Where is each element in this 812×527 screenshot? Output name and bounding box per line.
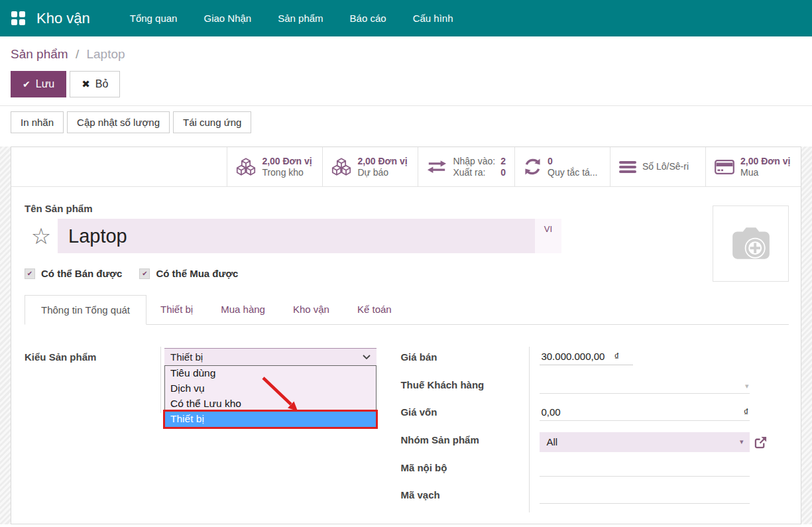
can-be-sold-checkbox[interactable]: Có thể Bán được (25, 268, 122, 279)
tab-equipment[interactable]: Thiết bị (146, 295, 207, 324)
refresh-icon (524, 158, 542, 176)
stat-button-row: 2,00 Đơn vị Trong kho 2,00 Đơn vị Dự báo… (11, 147, 801, 187)
option-service[interactable]: Dịch vụ (165, 381, 376, 396)
menu-item-products[interactable]: Sản phẩm (264, 0, 336, 36)
product-type-select[interactable]: Thiết bị (164, 348, 377, 365)
customer-tax-label: Thuế Khách hàng (400, 379, 484, 390)
sales-price-label: Giá bán (400, 351, 437, 363)
sales-price-input[interactable]: 30.000.000,00 ₫ (540, 349, 633, 365)
breadcrumb-parent-link[interactable]: Sản phẩm (11, 47, 68, 61)
discard-button[interactable]: Bỏ (70, 71, 120, 97)
apps-menu-icon[interactable] (11, 11, 25, 25)
menu-item-reports[interactable]: Báo cáo (337, 0, 400, 36)
product-type-label: Kiểu Sản phẩm (25, 351, 96, 363)
tab-accounting[interactable]: Kế toán (343, 295, 406, 324)
menu-item-config[interactable]: Cấu hình (400, 0, 467, 36)
stat-reordering-rules[interactable]: 0 Quy tắc tá... (514, 147, 610, 186)
form-tabs: Thông tin Tổng quát Thiết bị Mua hàng Kh… (25, 295, 789, 325)
external-link-icon[interactable] (754, 436, 767, 449)
top-navbar: Kho vận Tổng quan Giao Nhận Sản phẩm Báo… (0, 0, 812, 36)
control-panel: Sản phẩm / Laptop Lưu Bỏ In nhãn Cập nhậ… (0, 36, 812, 133)
product-image-upload[interactable] (713, 205, 789, 282)
print-labels-button[interactable]: In nhãn (11, 111, 64, 133)
menu-item-transfers[interactable]: Giao Nhận (190, 0, 264, 36)
stat-purchased[interactable]: 2,00 Đơn vị Mua (705, 147, 801, 186)
favorite-star-icon[interactable] (25, 219, 58, 253)
option-consumable[interactable]: Tiêu dùng (165, 366, 376, 381)
dropdown-caret-icon[interactable]: ▾ (740, 438, 744, 446)
stat-on-hand[interactable]: 2,00 Đơn vị Trong kho (227, 147, 322, 186)
credit-card-icon (715, 160, 734, 174)
exchange-arrows-icon (427, 160, 447, 174)
checkbox-checked-icon (25, 268, 35, 279)
tab-inventory[interactable]: Kho vận (279, 295, 343, 324)
main-menu: Tổng quan Giao Nhận Sản phẩm Báo cáo Cấu… (117, 0, 467, 36)
breadcrumb-current: Laptop (86, 47, 125, 61)
app-title[interactable]: Kho vận (36, 10, 90, 27)
group-left: Kiểu Sản phẩm Thiết bị Tiêu dùng Dịch vụ… (25, 347, 377, 512)
check-icon (23, 78, 30, 90)
menu-item-overview[interactable]: Tổng quan (117, 0, 191, 36)
internal-ref-input[interactable] (540, 460, 750, 477)
option-equipment-highlighted[interactable]: Thiết bị (165, 412, 376, 427)
camera-plus-icon (729, 225, 773, 263)
translation-badge[interactable]: VI (535, 219, 561, 253)
close-icon (82, 78, 90, 90)
barcode-label: Mã vạch (400, 489, 439, 500)
list-icon (619, 160, 636, 174)
product-name-label: Tên Sản phẩm (25, 203, 789, 214)
internal-ref-label: Mã nội bộ (400, 462, 447, 473)
replenish-button[interactable]: Tái cung ứng (173, 111, 251, 133)
group-right: Giá bán 30.000.000,00 ₫ Thuế Khách hàng (400, 347, 789, 512)
cubes-icon (236, 158, 256, 176)
cost-input[interactable]: 0,00 ₫ (540, 404, 750, 421)
stat-lot-serial[interactable]: Số Lô/Sê-ri (610, 147, 705, 186)
stat-forecast[interactable]: 2,00 Đơn vị Dự báo (322, 147, 418, 186)
currency-symbol: ₫ (744, 406, 749, 418)
category-label: Nhóm Sản phẩm (400, 434, 479, 445)
stat-in-out[interactable]: Nhập vào: 2 Xuất ra: 0 (418, 147, 514, 186)
breadcrumb-separator: / (72, 47, 83, 61)
tab-purchase[interactable]: Mua hàng (207, 295, 279, 324)
category-input[interactable]: All ▾ (540, 432, 750, 452)
product-name-input[interactable] (58, 219, 535, 253)
cubes-icon (331, 158, 351, 176)
update-quantity-button[interactable]: Cập nhật số lượng (67, 111, 170, 133)
tab-general-info[interactable]: Thông tin Tổng quát (25, 295, 146, 325)
currency-symbol: ₫ (614, 351, 619, 362)
can-be-purchased-checkbox[interactable]: Có thể Mua được (139, 268, 238, 279)
barcode-input[interactable] (540, 487, 750, 504)
product-form-sheet: 2,00 Đơn vị Trong kho 2,00 Đơn vị Dự báo… (11, 146, 801, 524)
dropdown-caret-icon[interactable]: ▾ (745, 382, 749, 390)
breadcrumb: Sản phẩm / Laptop (0, 36, 812, 68)
content-area: 2,00 Đơn vị Trong kho 2,00 Đơn vị Dự báo… (0, 146, 812, 524)
action-toolbar: In nhãn Cập nhật số lượng Tái cung ứng (0, 106, 812, 133)
checkbox-checked-icon (139, 268, 150, 279)
chevron-down-icon (363, 355, 371, 359)
option-storable[interactable]: Có thể Lưu kho (165, 396, 376, 412)
product-type-dropdown: Tiêu dùng Dịch vụ Có thể Lưu kho Thiết b… (164, 365, 377, 428)
save-button[interactable]: Lưu (11, 71, 66, 97)
cost-label: Giá vốn (400, 406, 437, 418)
customer-tax-input[interactable]: ▾ (540, 377, 750, 394)
